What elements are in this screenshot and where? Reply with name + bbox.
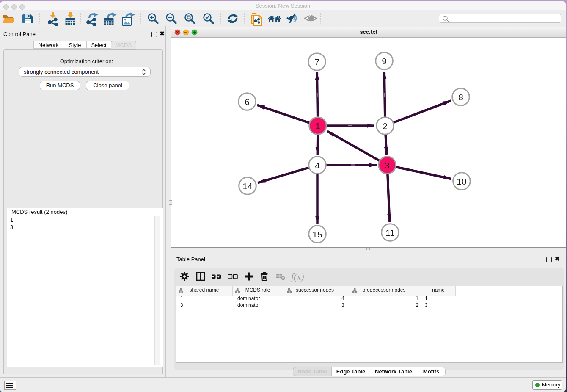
svg-text:14: 14 bbox=[242, 181, 253, 191]
svg-text:11: 11 bbox=[385, 228, 395, 237]
svg-text:2: 2 bbox=[383, 121, 388, 131]
svg-text:4: 4 bbox=[315, 160, 320, 170]
svg-text:3: 3 bbox=[385, 160, 390, 170]
svg-text:f(x): f(x) bbox=[291, 271, 304, 282]
svg-text:8: 8 bbox=[458, 92, 463, 102]
svg-text:10: 10 bbox=[457, 177, 466, 186]
svg-text:7: 7 bbox=[314, 57, 319, 67]
svg-text:9: 9 bbox=[382, 56, 387, 66]
svg-text:1: 1 bbox=[315, 121, 320, 131]
svg-text:6: 6 bbox=[245, 97, 250, 107]
svg-text:15: 15 bbox=[312, 229, 322, 239]
